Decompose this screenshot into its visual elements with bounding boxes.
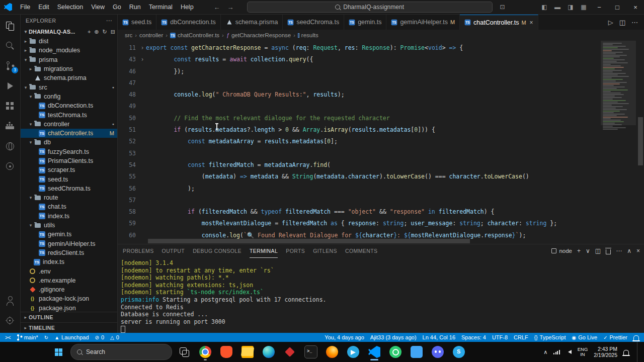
tab-gemin.ts[interactable]: gemin.ts — [344, 15, 386, 30]
status-launchpad[interactable]: ▲Launchpad — [51, 333, 92, 342]
activity-remote-explorer[interactable] — [0, 136, 20, 156]
tab-schema.prisma[interactable]: schema.prisma — [221, 15, 283, 30]
status-prettier[interactable]: ✓Prettier — [600, 334, 630, 340]
taskbar-app-skype[interactable] — [450, 343, 468, 361]
taskbar-app-whatsapp[interactable] — [386, 343, 405, 361]
cast-icon[interactable]: ⊡ — [497, 4, 509, 11]
fold-icon[interactable]: › — [139, 42, 146, 54]
kill-terminal-icon[interactable] — [606, 249, 611, 254]
breadcrumb-chatController.ts[interactable]: TSchatController.ts — [170, 32, 219, 38]
taskbar-app-edge[interactable] — [260, 343, 278, 361]
tree-item-seed.ts[interactable]: seed.ts — [21, 174, 117, 184]
tree-item-.env.example[interactable]: .env.example — [21, 276, 117, 285]
split-terminal-icon[interactable]: ◫ — [595, 247, 601, 254]
volume-icon[interactable] — [566, 350, 572, 354]
terminal-profile-dropdown-icon[interactable]: ∨ — [586, 247, 590, 254]
show-desktop-button[interactable] — [637, 342, 639, 362]
status-indentation[interactable]: Spaces: 4 — [458, 334, 489, 340]
status-encoding[interactable]: UTF-8 — [489, 334, 511, 340]
tree-item-route[interactable]: ▾route — [21, 193, 117, 202]
menu-help[interactable]: Help — [177, 2, 198, 13]
tree-item-testChroma.ts[interactable]: testChroma.ts — [21, 110, 117, 119]
tree-item-db[interactable]: ▾db — [21, 138, 117, 147]
activity-explorer[interactable] — [0, 16, 20, 36]
clock[interactable]: 2:43 PM 2/19/2025 — [594, 346, 617, 358]
taskbar-app-files-app[interactable] — [408, 343, 426, 361]
tree-item-geminAiHelper.ts[interactable]: geminAiHelper.ts — [21, 239, 117, 248]
tree-item-utils[interactable]: ▾utils — [21, 221, 117, 230]
terminal-output[interactable]: [nodemon] 3.1.4[nodemon] to restart at a… — [118, 257, 644, 333]
tree-item-dbConnection.ts[interactable]: dbConnection.ts — [21, 101, 117, 110]
more-editor-icon[interactable]: ⋯ — [631, 19, 638, 26]
minimize-button[interactable]: − — [591, 0, 608, 14]
tree-item-index.ts[interactable]: index.ts — [21, 212, 117, 221]
new-terminal-icon[interactable]: + — [577, 247, 581, 254]
panel-tab-gitlens[interactable]: GITLENS — [313, 244, 337, 258]
status-blame-commit[interactable]: Ajit33 (3 days ago) — [367, 334, 420, 340]
menu-file[interactable]: File — [16, 2, 34, 13]
tree-item-redisClient.ts[interactable]: redisClient.ts — [21, 248, 117, 257]
hidden-icons-icon[interactable]: ∧ — [543, 349, 547, 355]
activity-source-control[interactable]: 3 — [0, 56, 20, 76]
fold-icon[interactable]: › — [139, 54, 146, 65]
network-icon[interactable] — [553, 350, 560, 354]
toggle-sidebar-icon[interactable]: ◧ — [538, 4, 550, 11]
tree-item-migrations[interactable]: ▸migrations — [21, 64, 117, 73]
tree-item-dist[interactable]: ▸dist — [21, 37, 117, 46]
status-cursor-position[interactable]: Ln 44, Col 16 — [420, 334, 458, 340]
menu-view[interactable]: View — [87, 2, 109, 13]
tree-item-prisma[interactable]: ▾prisma — [21, 55, 117, 64]
tree-item-.gitignore[interactable]: .gitignore — [21, 285, 117, 294]
split-editor-icon[interactable]: ◫ — [619, 19, 625, 26]
taskbar-search[interactable]: Search — [70, 344, 172, 360]
new-file-icon[interactable]: + — [88, 29, 91, 35]
tab-seed.ts[interactable]: seed.ts — [118, 15, 156, 30]
panel-tab-output[interactable]: OUTPUT — [162, 244, 185, 258]
customize-layout-icon[interactable]: ▦ — [578, 4, 590, 11]
menu-go[interactable]: Go — [109, 2, 125, 13]
tree-item-chat.ts[interactable]: chat.ts — [21, 202, 117, 211]
close-panel-icon[interactable]: × — [636, 247, 640, 254]
taskbar-app-file-explorer[interactable] — [238, 343, 257, 361]
tree-item-package.json[interactable]: package.json — [21, 304, 117, 312]
toggle-panel-icon[interactable]: ▬ — [551, 4, 564, 11]
activity-accounts[interactable] — [0, 291, 20, 311]
toggle-secondary-sidebar-icon[interactable]: ◨ — [565, 4, 577, 11]
tree-item-PrismaClients.ts[interactable]: PrismaClients.ts — [21, 156, 117, 165]
tree-item-config[interactable]: ▾config — [21, 92, 117, 101]
status-warnings[interactable]: △0 — [107, 333, 122, 342]
tab-geminAiHelper.ts[interactable]: geminAiHelper.tsM — [386, 15, 460, 30]
notification-bell-icon[interactable] — [623, 350, 629, 355]
tree-item-gemin.ts[interactable]: gemin.ts — [21, 230, 117, 239]
tab-dbConnection.ts[interactable]: dbConnection.ts — [156, 15, 220, 30]
status-eol-sequence[interactable]: CRLF — [511, 334, 531, 340]
menu-run[interactable]: Run — [125, 2, 145, 13]
panel-more-icon[interactable]: ⋯ — [616, 247, 622, 254]
tree-item-chatController.ts[interactable]: chatController.tsM — [21, 129, 117, 138]
close-tab-icon[interactable]: × — [530, 19, 533, 26]
taskbar-app-terminal[interactable] — [302, 343, 320, 361]
tree-item-seedChroma.ts[interactable]: seedChroma.ts — [21, 184, 117, 193]
refresh-explorer-icon[interactable]: ↻ — [103, 29, 107, 35]
taskbar-app-discord[interactable] — [429, 343, 447, 361]
status-errors[interactable]: ⊘0 — [92, 333, 108, 342]
language-indicator[interactable]: ENG IN — [578, 347, 588, 357]
taskbar-app-obs[interactable] — [281, 343, 299, 361]
taskbar-app-vscode[interactable] — [365, 343, 383, 361]
panel-tab-debug-console[interactable]: DEBUG CONSOLE — [193, 244, 242, 258]
tab-seedChroma.ts[interactable]: seedChroma.ts — [283, 15, 344, 30]
taskbar-app-chrome[interactable] — [196, 343, 214, 361]
breadcrumb-results[interactable]: []results — [298, 32, 318, 38]
status-git-branch[interactable]: main* — [14, 333, 41, 342]
panel-tab-problems[interactable]: PROBLEMS — [123, 244, 154, 258]
horizontal-scrollbar[interactable] — [148, 239, 470, 243]
tab-chatController.ts[interactable]: chatController.tsM× — [460, 15, 538, 30]
explorer-more-icon[interactable]: ⋯ — [106, 17, 112, 24]
close-button[interactable]: × — [627, 0, 644, 14]
menu-terminal[interactable]: Terminal — [145, 2, 177, 13]
tree-item-src[interactable]: ▾src● — [21, 82, 117, 92]
command-center-search[interactable]: DharmaIQ-assignment — [247, 2, 493, 13]
breadcrumb-controller[interactable]: controller — [139, 32, 163, 38]
panel-tab-ports[interactable]: PORTS — [286, 244, 305, 258]
vertical-scrollbar[interactable] — [638, 117, 643, 165]
